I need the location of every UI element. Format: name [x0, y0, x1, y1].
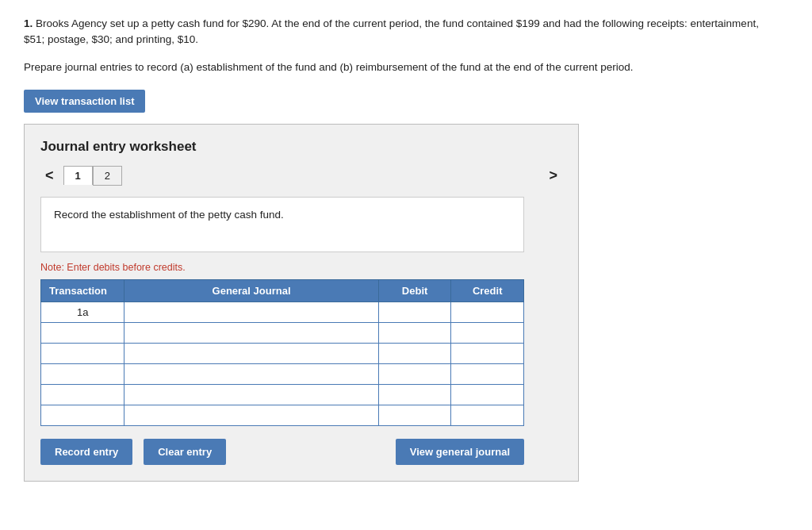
general-journal-cell-0[interactable] — [124, 301, 379, 322]
credit-input-2[interactable] — [454, 348, 520, 359]
credit-input-0[interactable] — [454, 306, 520, 318]
debit-input-3[interactable] — [382, 368, 448, 380]
credit-cell-4[interactable] — [451, 384, 524, 405]
transaction-cell-4 — [41, 384, 124, 405]
view-transaction-button[interactable]: View transaction list — [24, 90, 145, 113]
credit-cell-0[interactable] — [451, 301, 524, 322]
view-general-journal-button[interactable]: View general journal — [396, 439, 524, 465]
header-credit: Credit — [451, 279, 524, 301]
nav-left-arrow[interactable]: < — [40, 166, 59, 186]
credit-input-1[interactable] — [454, 327, 520, 339]
credit-cell-1[interactable] — [451, 322, 524, 343]
tab-1[interactable]: 1 — [63, 166, 93, 185]
debit-cell-2[interactable] — [378, 343, 451, 363]
tab-2[interactable]: 2 — [93, 166, 122, 186]
general-journal-cell-4[interactable] — [124, 384, 379, 405]
table-row: 1a — [41, 301, 524, 322]
worksheet-title: Journal entry worksheet — [40, 139, 562, 155]
general-journal-cell-5[interactable] — [124, 405, 379, 425]
table-header-row: Transaction General Journal Debit Credit — [41, 279, 524, 301]
credit-cell-5[interactable] — [451, 405, 524, 425]
header-transaction: Transaction — [41, 279, 124, 301]
debit-cell-3[interactable] — [378, 363, 451, 384]
table-row — [41, 363, 524, 384]
transaction-cell-3 — [41, 363, 124, 384]
general-journal-cell-2[interactable] — [124, 343, 379, 363]
debit-input-4[interactable] — [382, 389, 448, 401]
credit-input-5[interactable] — [454, 409, 520, 421]
prepare-text: Prepare journal entries to record (a) es… — [24, 60, 769, 75]
header-debit: Debit — [378, 279, 451, 301]
general-journal-cell-3[interactable] — [124, 363, 379, 384]
problem-number: 1. — [24, 17, 33, 29]
general-journal-input-0[interactable] — [128, 306, 375, 318]
general-journal-input-2[interactable] — [128, 348, 375, 359]
transaction-cell-5 — [41, 405, 124, 425]
worksheet-container: Journal entry worksheet < 1 2 > Record t… — [24, 124, 579, 482]
general-journal-cell-1[interactable] — [124, 322, 379, 343]
general-journal-input-1[interactable] — [128, 327, 375, 339]
credit-cell-3[interactable] — [451, 363, 524, 384]
debit-input-1[interactable] — [382, 327, 448, 339]
button-row: Record entry Clear entry View general jo… — [40, 439, 524, 465]
table-row — [41, 322, 524, 343]
journal-table: Transaction General Journal Debit Credit… — [40, 279, 524, 426]
general-journal-input-3[interactable] — [128, 368, 375, 380]
transaction-cell-2 — [41, 343, 124, 363]
tab-navigation: < 1 2 > — [40, 166, 562, 186]
description-box: Record the establishment of the petty ca… — [40, 197, 524, 252]
credit-input-4[interactable] — [454, 389, 520, 401]
debit-input-2[interactable] — [382, 348, 448, 359]
problem-text: 1. Brooks Agency set up a petty cash fun… — [24, 16, 769, 48]
debit-input-0[interactable] — [382, 306, 448, 318]
transaction-cell-1 — [41, 322, 124, 343]
table-row — [41, 405, 524, 425]
table-row — [41, 343, 524, 363]
header-general-journal: General Journal — [124, 279, 379, 301]
table-row — [41, 384, 524, 405]
problem-description: Brooks Agency set up a petty cash fund f… — [24, 17, 759, 45]
nav-right-arrow[interactable]: > — [544, 166, 562, 186]
debit-cell-5[interactable] — [378, 405, 451, 425]
note-text: Note: Enter debits before credits. — [40, 262, 562, 273]
debit-cell-0[interactable] — [378, 301, 451, 322]
record-entry-button[interactable]: Record entry — [40, 439, 132, 465]
debit-input-5[interactable] — [382, 409, 448, 421]
general-journal-input-4[interactable] — [128, 389, 375, 401]
clear-entry-button[interactable]: Clear entry — [144, 439, 226, 465]
debit-cell-1[interactable] — [378, 322, 451, 343]
general-journal-input-5[interactable] — [128, 409, 375, 421]
credit-cell-2[interactable] — [451, 343, 524, 363]
credit-input-3[interactable] — [454, 368, 520, 380]
debit-cell-4[interactable] — [378, 384, 451, 405]
transaction-cell-0: 1a — [41, 301, 124, 322]
